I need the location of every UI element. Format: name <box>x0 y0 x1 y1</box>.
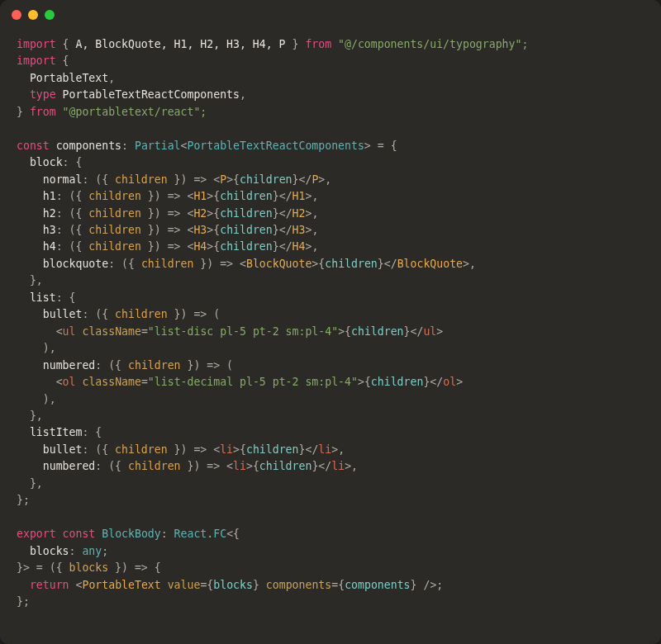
line: type PortableTextReactComponents, <box>17 88 246 101</box>
line: }; <box>17 595 30 608</box>
line: ), <box>17 342 56 354</box>
line: }, <box>17 274 43 286</box>
code-block[interactable]: import { A, BlockQuote, H1, H2, H3, H4, … <box>0 25 661 627</box>
line: }, <box>17 410 43 422</box>
line: }> = ({ blocks }) => { <box>17 561 161 574</box>
line: numbered: ({ children }) => ( <box>17 359 233 372</box>
line: ), <box>17 393 56 405</box>
line: }, <box>17 477 43 490</box>
line: h1: ({ children }) => <H1>{children}</H1… <box>17 190 318 202</box>
line: bullet: ({ children }) => <li>{children}… <box>17 443 345 456</box>
line: list: { <box>17 291 75 304</box>
line: PortableText, <box>17 72 115 84</box>
line: import { <box>17 54 69 67</box>
line: blocks: any; <box>17 545 108 557</box>
editor-window: import { A, BlockQuote, H1, H2, H3, H4, … <box>0 0 661 644</box>
line: } from "@portabletext/react"; <box>17 106 207 118</box>
line: import { A, BlockQuote, H1, H2, H3, H4, … <box>17 38 528 50</box>
line: const components: Partial<PortableTextRe… <box>17 140 397 152</box>
window-titlebar <box>0 0 661 25</box>
line: return <PortableText value={blocks} comp… <box>17 579 443 591</box>
line: <ol className="list-decimal pl-5 pt-2 sm… <box>17 376 463 388</box>
line: export const BlockBody: React.FC<{ <box>17 528 240 540</box>
line: h2: ({ children }) => <H2>{children}</H2… <box>17 207 318 220</box>
line: bullet: ({ children }) => ( <box>17 308 220 320</box>
line: blockquote: ({ children }) => <BlockQuot… <box>17 258 476 270</box>
line: listItem: { <box>17 426 102 438</box>
maximize-icon[interactable] <box>45 10 55 20</box>
line: }; <box>17 494 30 506</box>
line: numbered: ({ children }) => <li>{childre… <box>17 460 358 472</box>
close-icon[interactable] <box>12 10 21 20</box>
minimize-icon[interactable] <box>28 10 38 20</box>
line: h3: ({ children }) => <H3>{children}</H3… <box>17 224 318 236</box>
line: block: { <box>17 156 82 168</box>
line: normal: ({ children }) => <P>{children}<… <box>17 173 331 186</box>
line: <ul className="list-disc pl-5 pt-2 sm:pl… <box>17 325 443 338</box>
line: h4: ({ children }) => <H4>{children}</H4… <box>17 240 318 253</box>
